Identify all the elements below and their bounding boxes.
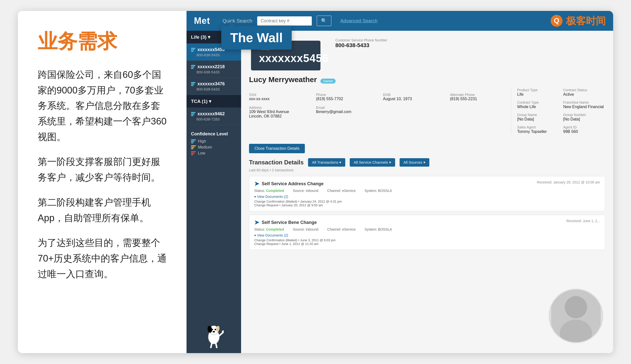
svg-point-6 xyxy=(212,329,213,330)
customer-details-row: SSN xxx-xx-xxxx Phone (819) 555-7702 DOB… xyxy=(249,88,605,134)
contract-status-cell: Contract Status Active xyxy=(563,88,606,97)
bar-icon-2 xyxy=(191,82,196,86)
trans-arrow-icon-1: ➤ xyxy=(254,219,259,226)
view-docs-0[interactable]: ▾ View Documents (2) xyxy=(254,195,288,198)
snoopy-character xyxy=(186,318,241,353)
snoopy-svg xyxy=(204,323,224,348)
trans-date-0: Received: January 20, 2012 @ 10:00 am xyxy=(537,180,600,184)
trans-arrow-icon-0: ➤ xyxy=(254,180,259,187)
svg-text:Q: Q xyxy=(554,16,559,24)
transaction-subtitle: Last 60 days • 2 transactions xyxy=(249,168,605,172)
confidence-high: High xyxy=(191,139,236,144)
trans-status-row-0: Status: Completed Source: Inbound Channe… xyxy=(254,189,600,193)
contract-type-cell: Contract Type Whole Life xyxy=(517,100,559,109)
right-panel: Met Quick Search 🔍 Advanced Search Q 极客时… xyxy=(186,11,613,353)
confidence-medium: Medium xyxy=(191,145,236,150)
doc-item-0-1: Change Request • January 20, 2012 @ 9:50… xyxy=(254,203,600,207)
svg-line-12 xyxy=(216,343,217,348)
phone-cell: Phone (819) 555-7702 xyxy=(316,93,377,101)
geek-brand: Q 极客时间 xyxy=(550,14,606,28)
avatar-placeholder-svg xyxy=(551,288,601,343)
bar-icon-1 xyxy=(191,65,196,69)
email-cell: Email lbmerry@gmail.com xyxy=(316,106,377,118)
info-grid: SSN xxx-xx-xxxx Phone (819) 555-7702 DOB… xyxy=(249,93,511,118)
advanced-search-link[interactable]: Advanced Search xyxy=(340,18,378,24)
brand-logo: Met xyxy=(194,16,210,26)
doc-item-1-1: Change Request • June 1, 2011 @ 11:20 am xyxy=(254,242,600,246)
transaction-header: Transaction Details All Transactions ▾ A… xyxy=(249,158,605,167)
sidebar-item-2[interactable]: xxxxxxx3476 800-638-5433 xyxy=(186,78,241,95)
svg-point-8 xyxy=(212,331,215,332)
trans-top-1: ➤ Self Service Bene Change Received: Jun… xyxy=(254,219,600,226)
tca-section-header[interactable]: TCA (1) ▾ xyxy=(186,95,241,108)
customer-left-details: SSN xxx-xx-xxxx Phone (819) 555-7702 DOB… xyxy=(249,88,511,134)
agent-id-cell: Agent ID 99B 560 xyxy=(563,125,606,134)
transaction-section: Close Transaction Details Transaction De… xyxy=(241,139,613,258)
sidebar-item-sub-0: 800-638-5433 xyxy=(191,53,236,57)
customer-right-details: Product Type Life Contract Status Active… xyxy=(511,88,605,134)
sales-agent-cell: Sales Agent Tommy Topseller xyxy=(517,125,559,134)
view-docs-1[interactable]: ▾ View Documents (2) xyxy=(254,233,288,237)
phone-value: 800-638-5433 xyxy=(335,42,387,48)
right-grid: Product Type Life Contract Status Active… xyxy=(517,88,605,134)
svg-point-10 xyxy=(222,330,224,333)
status-badge-1: Completed xyxy=(266,228,284,231)
wall-tooltip: The Wall xyxy=(221,26,292,50)
sidebar-item-sub-2: 800-638-5433 xyxy=(191,87,236,91)
confidence-title: Confidence Level xyxy=(191,132,236,136)
customer-name-row: Lucy Merryweather Owner xyxy=(249,76,605,84)
search-button[interactable]: 🔍 xyxy=(317,16,331,26)
close-transaction-button[interactable]: Close Transaction Details xyxy=(249,144,305,153)
trans-title-0: ➤ Self Service Address Change xyxy=(254,180,324,187)
bar-icon-0 xyxy=(191,48,196,52)
page-title: 业务需求 xyxy=(38,28,169,55)
trans-title-1: ➤ Self Service Bene Change xyxy=(254,219,317,226)
all-channels-filter[interactable]: All Service Channels ▾ xyxy=(350,158,395,167)
search-input[interactable] xyxy=(257,16,312,26)
policy-number: xxxxxxx5456 xyxy=(259,52,312,64)
confidence-low: Low xyxy=(191,151,236,156)
alt-phone-cell: Alternate Phone (819) 555-2231 xyxy=(450,93,511,101)
transaction-item-1: ➤ Self Service Bene Change Received: Jun… xyxy=(249,215,605,250)
doc-item-0-0: Change Confirmation (Mailed) • January 2… xyxy=(254,200,600,203)
customer-section: Lucy Merryweather Owner SSN xxx-xx-xxxx xyxy=(241,70,613,139)
left-panel: 业务需求 跨国保险公司，来自60多个国家的9000多万用户，70多套业务系统。客… xyxy=(18,11,186,353)
transaction-item-0: ➤ Self Service Address Change Received: … xyxy=(249,176,605,211)
tca-item-sub: 800-638-7283 xyxy=(191,117,236,121)
sidebar-item-1[interactable]: xxxxxxx2218 800-638-5433 xyxy=(186,61,241,78)
owner-badge: Owner xyxy=(320,78,336,84)
sidebar-tca-item-0[interactable]: xxxxxxx9462 800-638-7283 xyxy=(186,108,241,125)
svg-point-7 xyxy=(214,329,216,330)
paragraph-2: 第一阶段支撑客服部门更好服务客户，减少客户等待时间。 xyxy=(38,154,169,185)
slide: 业务需求 跨国保险公司，来自60多个国家的9000多万用户，70多套业务系统。客… xyxy=(18,11,613,353)
customer-name: Lucy Merryweather xyxy=(249,76,317,84)
geek-logo-icon: Q xyxy=(550,14,563,27)
paragraph-1: 跨国保险公司，来自60多个国家的9000多万用户，70多套业务系统。客户信息分散… xyxy=(38,67,169,144)
svg-line-11 xyxy=(211,343,212,348)
sidebar: Life (3) ▾ xxxxxxx5456 800-638-5433 xyxy=(186,31,241,353)
franchise-name-cell: Franchise Name New England Financial xyxy=(563,100,606,109)
presenter-avatar xyxy=(549,288,603,343)
all-sources-filter[interactable]: All Sources ▾ xyxy=(400,158,429,167)
trans-date-1: Received: June 1, 2... xyxy=(566,219,600,223)
sidebar-item-title-2: xxxxxxx3476 xyxy=(191,81,236,86)
trans-status-row-1: Status: Completed Source: Inbound Channe… xyxy=(254,228,600,231)
paragraph-4: 为了达到这些目的，需要整个70+历史系统中的客户信息，通过唯一入口查询。 xyxy=(38,235,169,282)
main-content: Life (3) ▾ xxxxxxx5456 800-638-5433 xyxy=(186,31,613,353)
phone-section: Customer Service Phone Number 800-638-54… xyxy=(335,36,387,70)
address-cell: Address 109 West 93rd Avenue Lincoln, OK… xyxy=(249,106,310,118)
doc-item-1-0: Change Confirmation (Mailed) • June 3, 2… xyxy=(254,238,600,242)
paragraph-3: 第二阶段构建客户管理手机 App，自助管理所有保单。 xyxy=(38,195,169,226)
all-transactions-filter[interactable]: All Transactions ▾ xyxy=(308,158,345,167)
phone-label: Customer Service Phone Number xyxy=(335,38,387,42)
transaction-title: Transaction Details xyxy=(249,159,304,166)
sidebar-item-sub-1: 800-638-5433 xyxy=(191,70,236,74)
quick-search-label: Quick Search xyxy=(222,18,252,24)
svg-point-14 xyxy=(565,296,587,318)
tca-bar-icon xyxy=(191,112,196,116)
group-name-cell: Group Name [No Data] xyxy=(517,112,559,122)
dob-cell: DOB August 10, 1973 xyxy=(383,93,444,101)
sidebar-item-title-1: xxxxxxx2218 xyxy=(191,64,236,70)
group-number-cell: Group Number [No Data] xyxy=(563,112,606,122)
trans-top-0: ➤ Self Service Address Change Received: … xyxy=(254,180,600,187)
